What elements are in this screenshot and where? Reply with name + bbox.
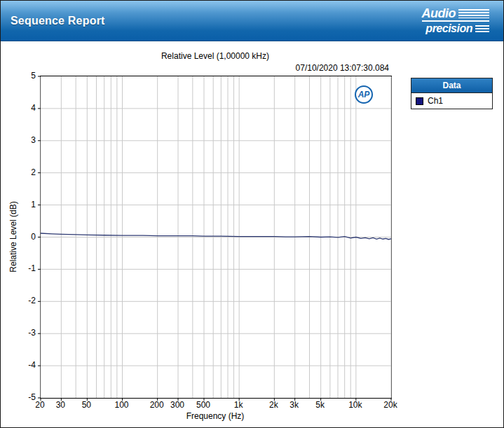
- y-tick-label: -5: [9, 392, 36, 402]
- x-tick-label: 1k: [234, 400, 243, 410]
- x-tick-label: 5k: [315, 400, 325, 410]
- y-tick-label: -3: [9, 328, 36, 338]
- y-tick-label: 5: [9, 71, 36, 81]
- brand-divider: [422, 20, 490, 22]
- brand-text-precision: precision: [425, 23, 472, 34]
- page-title: Sequence Report: [11, 15, 105, 27]
- brand-text-audio: Audio: [422, 7, 456, 20]
- y-tick-label: -4: [9, 360, 36, 370]
- x-tick-label: 500: [196, 400, 210, 410]
- x-tick-label: 300: [170, 400, 184, 410]
- report-page: Sequence Report Audio precision Relative…: [0, 0, 504, 428]
- chart-timestamp: 07/10/2020 13:07:30.084: [296, 63, 389, 73]
- chart-title: Relative Level (1,00000 kHz): [40, 51, 390, 61]
- x-tick-label: 10k: [348, 400, 362, 410]
- x-tick-label: 20: [35, 400, 44, 410]
- y-tick-label: 0: [9, 232, 36, 242]
- legend-swatch-icon: [416, 97, 423, 105]
- y-tick-label: 2: [9, 167, 36, 177]
- legend-item-label: Ch1: [428, 96, 443, 106]
- x-tick-label: 100: [114, 400, 128, 410]
- y-tick-label: 1: [9, 200, 36, 209]
- brand-bars-small-icon: [475, 25, 489, 33]
- legend-title: Data: [411, 78, 492, 93]
- y-tick-label: 4: [9, 103, 36, 113]
- legend-item: Ch1: [416, 95, 488, 106]
- x-tick-label: 3k: [290, 400, 299, 410]
- audio-precision-logo: Audio precision: [422, 7, 490, 34]
- y-tick-label: 3: [9, 135, 36, 145]
- legend-box: Data Ch1: [411, 78, 493, 109]
- legend-body: Ch1: [411, 93, 492, 109]
- x-tick-label: 2k: [269, 400, 278, 410]
- x-tick-label: 50: [82, 400, 91, 410]
- ap-circle-icon: AP: [355, 85, 373, 104]
- y-tick-label: -2: [9, 296, 36, 305]
- y-tick-label: -1: [9, 263, 36, 273]
- x-tick-label: 200: [150, 400, 164, 410]
- header-banner: Sequence Report Audio precision: [1, 1, 503, 41]
- x-axis-label: Frequency (Hz): [40, 411, 390, 421]
- chart-canvas: [41, 76, 391, 398]
- brand-bars-icon: [458, 9, 489, 18]
- x-tick-label: 20k: [383, 400, 397, 410]
- plot-area: [40, 76, 392, 399]
- x-tick-label: 30: [56, 400, 65, 410]
